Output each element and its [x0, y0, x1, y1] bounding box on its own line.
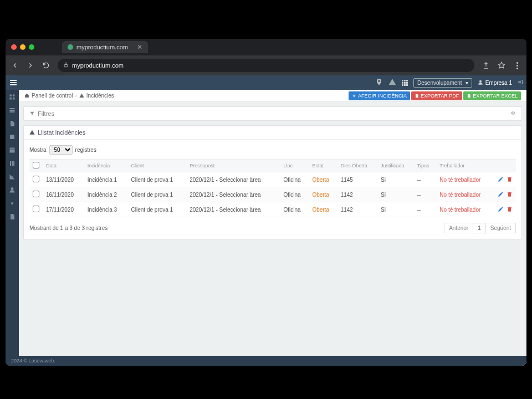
alert-icon[interactable] [388, 78, 396, 87]
sidebar-item-3[interactable] [8, 120, 16, 127]
cell-incidencia: Incidència 1 [84, 172, 128, 187]
edit-icon[interactable] [498, 206, 504, 213]
row-checkbox[interactable] [33, 176, 39, 182]
cell-client: Client de prova 1 [128, 172, 187, 187]
delete-icon[interactable] [507, 176, 513, 183]
cell-data: 17/11/2020 [43, 202, 84, 217]
cell-incidencia: Incidència 3 [84, 202, 128, 217]
col-dies[interactable]: Dies Oberta [337, 160, 377, 172]
sidebar-item-5[interactable] [8, 146, 16, 154]
chevron-down-icon: ▾ [466, 80, 468, 86]
minimize-window-icon[interactable] [20, 44, 25, 50]
sidebar-item-8[interactable] [8, 186, 16, 194]
cell-lloc: Oficina [280, 172, 309, 187]
toggle-visibility-icon[interactable] [510, 110, 516, 117]
col-lloc[interactable]: Lloc [280, 160, 309, 172]
cell-treballador: No té treballador [436, 172, 494, 187]
back-icon[interactable] [11, 62, 19, 69]
page-length-control: Mostra 50 registres [29, 145, 516, 155]
reload-icon[interactable] [42, 62, 50, 69]
page-length-select[interactable]: 50 [49, 145, 73, 155]
sidebar-item-1[interactable] [8, 93, 16, 101]
table-row: 13/11/2020Incidència 1Client de prova 12… [29, 172, 516, 187]
pdf-label: EXPORTAR PDF [421, 93, 459, 99]
main-content: Panell de control › Incidències AFEGIR I… [19, 90, 526, 366]
breadcrumb-home[interactable]: Panell de control [32, 93, 73, 99]
cell-tipus: -- [414, 202, 437, 217]
cell-estat: Oberta [309, 172, 337, 187]
tab-title: myproductium.com [76, 44, 128, 50]
row-checkbox[interactable] [33, 206, 39, 212]
col-pressupost[interactable]: Pressupost [186, 160, 280, 172]
environment-select[interactable]: Desenvolupament ▾ [413, 78, 472, 88]
location-icon[interactable] [375, 78, 383, 87]
col-data[interactable]: Data [43, 160, 84, 172]
sidebar-item-4[interactable] [8, 133, 16, 141]
table-footer: Mostrant de 1 a 3 de 3 registres Anterio… [29, 223, 516, 233]
cell-estat: Oberta [309, 187, 337, 202]
col-estat[interactable]: Estat [309, 160, 337, 172]
browser-window: myproductium.com ✕ myproductium.com [6, 39, 526, 366]
share-icon[interactable] [482, 62, 490, 69]
cell-dies: 1145 [337, 172, 377, 187]
cell-treballador: No té treballador [436, 202, 494, 217]
edit-icon[interactable] [498, 191, 504, 198]
col-incidencia[interactable]: Incidència [84, 160, 128, 172]
sidebar-item-9[interactable] [8, 200, 16, 207]
filters-title: Filtres [38, 110, 54, 117]
col-client[interactable]: Client [128, 160, 187, 172]
cell-client: Client de prova 1 [128, 187, 187, 202]
cell-incidencia: Incidència 2 [84, 187, 128, 202]
col-tipus[interactable]: Tipus [414, 160, 437, 172]
app-viewport: Desenvolupament ▾ Empresa 1 [6, 75, 526, 366]
select-all-checkbox[interactable] [33, 162, 39, 168]
sidebar-item-10[interactable] [8, 213, 16, 221]
home-icon [24, 93, 29, 98]
close-window-icon[interactable] [11, 44, 17, 50]
footer-text: 2024 © Lasevaweb. [11, 358, 55, 364]
warning-icon [79, 93, 84, 98]
breadcrumb: Panell de control › Incidències [24, 93, 114, 99]
col-treballador[interactable]: Treballador [436, 160, 494, 172]
window-controls [11, 44, 34, 50]
delete-icon[interactable] [507, 206, 513, 213]
warning-icon [29, 130, 35, 135]
edit-icon[interactable] [498, 176, 504, 183]
export-pdf-button[interactable]: EXPORTAR PDF [411, 91, 462, 100]
filters-panel: Filtres [23, 106, 522, 121]
filter-icon [29, 111, 35, 116]
cell-data: 16/11/2020 [43, 187, 84, 202]
sidebar-toggle-icon[interactable] [9, 79, 18, 86]
sidebar [6, 90, 19, 366]
maximize-window-icon[interactable] [29, 44, 34, 50]
sidebar-item-7[interactable] [8, 173, 16, 181]
action-buttons: AFEGIR INCIDÈNCIA EXPORTAR PDF EXPORTAR … [349, 91, 521, 100]
tab-strip: myproductium.com ✕ [6, 39, 526, 55]
company-menu[interactable]: Empresa 1 [478, 80, 512, 86]
pagination: Anterior 1 Següent [444, 223, 516, 233]
star-icon[interactable] [498, 62, 505, 69]
company-name: Empresa 1 [485, 80, 512, 86]
show-label: Mostra [29, 147, 47, 153]
delete-icon[interactable] [507, 191, 513, 198]
cell-client: Client de prova 1 [128, 202, 187, 217]
next-page-button[interactable]: Següent [485, 223, 516, 233]
environment-label: Desenvolupament [417, 80, 462, 86]
col-justificada[interactable]: Justificada [377, 160, 414, 172]
forward-icon[interactable] [27, 62, 34, 69]
url-input[interactable]: myproductium.com [58, 59, 474, 72]
cell-dies: 1142 [337, 202, 377, 217]
sidebar-item-2[interactable] [8, 106, 16, 114]
export-excel-button[interactable]: EXPORTAR EXCEL [463, 91, 521, 100]
logout-icon[interactable] [518, 79, 523, 86]
tab-close-icon[interactable]: ✕ [131, 43, 142, 51]
apps-icon[interactable] [402, 80, 408, 86]
add-incidence-button[interactable]: AFEGIR INCIDÈNCIA [349, 91, 410, 100]
cell-justificada: Si [377, 172, 414, 187]
page-1-button[interactable]: 1 [473, 223, 486, 233]
prev-page-button[interactable]: Anterior [444, 223, 473, 233]
row-checkbox[interactable] [33, 191, 39, 197]
menu-icon[interactable] [513, 62, 521, 69]
sidebar-item-6[interactable] [8, 160, 16, 167]
browser-tab[interactable]: myproductium.com ✕ [62, 41, 148, 53]
